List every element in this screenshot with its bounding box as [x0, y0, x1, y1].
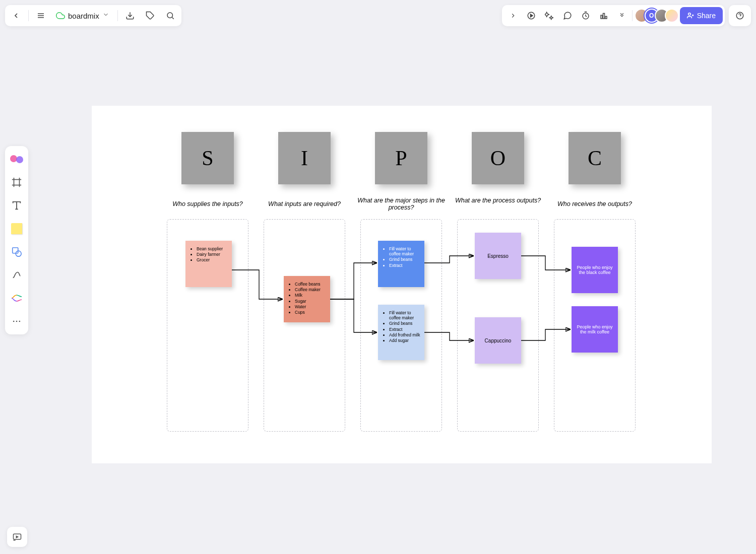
collaborator-avatars[interactable]: O — [634, 9, 680, 23]
note-inputs[interactable]: Coffee beans Coffee maker Milk Sugar Wat… — [284, 276, 330, 322]
list-item: Grocer — [197, 257, 228, 262]
sipoc-header-o[interactable]: O — [472, 132, 524, 184]
list-item: Add frothed milk — [389, 332, 420, 337]
sipoc-question-p[interactable]: What are the major steps in the process? — [351, 197, 452, 211]
avatar-letter: O — [649, 12, 654, 19]
svg-point-29 — [19, 321, 21, 322]
svg-point-5 — [167, 13, 173, 18]
toolbar-left: boardmix — [5, 5, 181, 26]
help-button[interactable] — [731, 7, 749, 25]
frame-tool[interactable] — [9, 174, 25, 190]
connector-tool[interactable] — [9, 267, 25, 283]
sticky-note-tool[interactable] — [9, 221, 25, 237]
sipoc-question-s[interactable]: Who supplies the inputs? — [157, 200, 258, 207]
share-label: Share — [697, 12, 716, 20]
divider — [117, 10, 118, 21]
sipoc-header-c[interactable]: C — [569, 132, 621, 184]
play-button[interactable] — [522, 7, 540, 25]
note-process-espresso[interactable]: Fill water to coffee maker Grind beans E… — [378, 241, 424, 287]
comment-button[interactable] — [558, 7, 577, 25]
list-item: Fill water to coffee maker — [389, 310, 420, 320]
note-process-cappuccino[interactable]: Fill water to coffee maker Grind beans E… — [378, 305, 424, 360]
svg-point-26 — [16, 251, 21, 256]
help-group — [729, 5, 751, 26]
list-item: Dairy farmer — [197, 252, 228, 257]
menu-button[interactable] — [32, 7, 50, 25]
list-item: Coffee maker — [295, 287, 326, 292]
slides-button[interactable] — [7, 527, 27, 547]
back-button[interactable] — [7, 7, 25, 25]
text-tool[interactable] — [9, 197, 25, 214]
note-text: People who enjoy the black coffee — [576, 265, 614, 275]
svg-rect-11 — [601, 15, 602, 19]
share-button[interactable]: Share — [680, 7, 723, 24]
svg-line-6 — [172, 17, 173, 19]
chevron-down-icon — [102, 11, 109, 20]
svg-marker-8 — [530, 14, 533, 17]
sipoc-question-o[interactable]: What are the process outputs? — [448, 197, 548, 204]
svg-rect-12 — [603, 14, 604, 19]
list-item: Coffee beans — [295, 282, 326, 287]
document-title: boardmix — [68, 12, 99, 20]
list-item: Water — [295, 304, 326, 309]
note-customer-espresso[interactable]: People who enjoy the black coffee — [572, 247, 618, 293]
svg-point-27 — [13, 321, 15, 322]
note-output-espresso[interactable]: Espresso — [475, 233, 521, 279]
list-item: Sugar — [295, 299, 326, 304]
list-item: Extract — [389, 263, 420, 268]
sipoc-header-i[interactable]: I — [278, 132, 331, 184]
divider — [632, 10, 633, 21]
list-item: Milk — [295, 293, 326, 298]
presentation-tools: O Share — [502, 5, 725, 26]
note-customer-cappuccino[interactable]: People who enjoy the milk coffee — [572, 306, 618, 353]
list-item: Extract — [389, 327, 420, 332]
sipoc-question-i[interactable]: What inputs are required? — [254, 200, 355, 207]
sparkle-button[interactable] — [540, 7, 558, 25]
chevron-right-icon[interactable] — [504, 7, 522, 25]
list-item: Fill water to coffee maker — [389, 246, 420, 256]
vote-button[interactable] — [595, 7, 613, 25]
search-button[interactable] — [161, 7, 179, 25]
note-suppliers[interactable]: Bean supplier Dairy farmer Grocer — [185, 241, 232, 287]
list-item: Grind beans — [389, 257, 420, 262]
list-item: Cups — [295, 310, 326, 315]
sipoc-question-c[interactable]: Who receives the outputs? — [544, 200, 645, 207]
sipoc-lane-i[interactable] — [264, 219, 345, 432]
note-text: Espresso — [487, 253, 509, 259]
svg-rect-25 — [13, 248, 18, 253]
sipoc-header-p[interactable]: P — [375, 132, 427, 184]
templates-tool[interactable] — [9, 151, 25, 167]
note-output-cappuccino[interactable]: Cappuccino — [475, 317, 521, 364]
divider — [28, 10, 29, 21]
note-text: People who enjoy the milk coffee — [576, 324, 614, 334]
svg-point-14 — [688, 13, 690, 16]
timer-button[interactable] — [577, 7, 595, 25]
cloud-sync-icon — [56, 11, 65, 20]
toolbar-right: O Share — [502, 5, 751, 26]
shape-tool[interactable] — [9, 244, 25, 260]
more-tools-button[interactable] — [613, 7, 631, 25]
svg-rect-13 — [605, 17, 607, 19]
list-item: Add sugar — [389, 338, 420, 343]
list-item: Bean supplier — [197, 246, 228, 251]
svg-point-28 — [16, 321, 18, 322]
list-item: Grind beans — [389, 321, 420, 326]
more-tools[interactable] — [9, 313, 25, 329]
share-icon — [687, 12, 694, 19]
svg-marker-31 — [16, 536, 18, 537]
tool-sidebar — [5, 146, 28, 334]
avatar[interactable] — [665, 9, 679, 23]
tag-button[interactable] — [141, 7, 159, 25]
mindmap-tool[interactable] — [9, 290, 25, 306]
sipoc-header-s[interactable]: S — [181, 132, 234, 184]
canvas-frame[interactable]: S I P O C Who supplies the inputs? What … — [92, 106, 712, 463]
note-text: Cappuccino — [485, 338, 512, 343]
document-title-chip[interactable]: boardmix — [52, 7, 114, 25]
download-button[interactable] — [121, 7, 139, 25]
